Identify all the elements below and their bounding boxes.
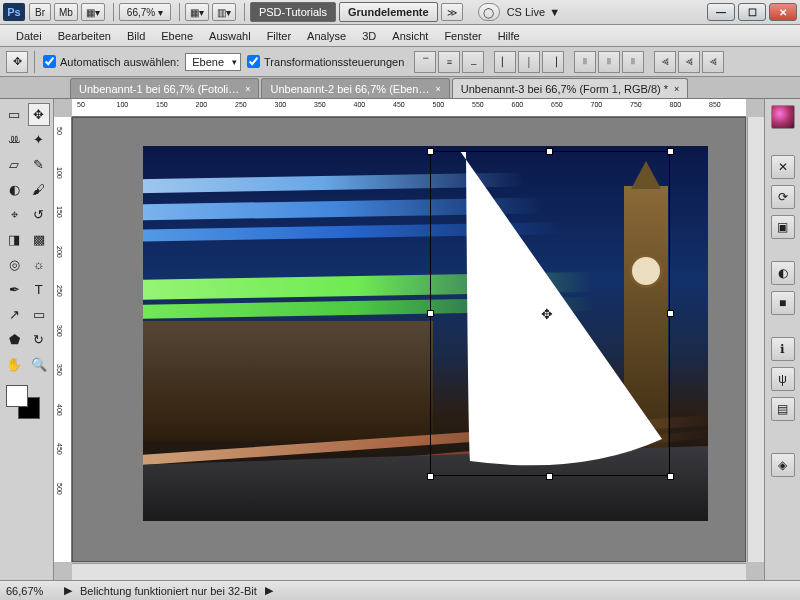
- magic-wand-tool[interactable]: ✦: [28, 128, 51, 151]
- ruler-horizontal[interactable]: 5010015020025030035040045050055060065070…: [72, 99, 746, 117]
- 3d-rotate-tool[interactable]: ↻: [28, 328, 51, 351]
- document-canvas[interactable]: ✥: [143, 146, 708, 521]
- doc-tab-3[interactable]: Unbenannt-3 bei 66,7% (Form 1, RGB/8) *×: [452, 78, 689, 98]
- status-arrow-icon[interactable]: ▶: [64, 584, 72, 597]
- lasso-tool[interactable]: ꔛ: [3, 128, 26, 151]
- doc-tab-2-close[interactable]: ×: [435, 84, 440, 94]
- scrollbar-horizontal[interactable]: [72, 563, 746, 580]
- cslive-drop[interactable]: ▼: [549, 6, 560, 18]
- window-minimize-button[interactable]: —: [707, 3, 735, 21]
- minibridge-button[interactable]: Mb: [54, 3, 78, 21]
- align-top-button[interactable]: ⎺: [414, 51, 436, 73]
- auto-select-checkbox[interactable]: Automatisch auswählen:: [43, 55, 179, 68]
- distribute-left-button[interactable]: ⫷: [654, 51, 676, 73]
- path-select-tool[interactable]: ↗: [3, 303, 26, 326]
- clone-stamp-tool[interactable]: ⌖: [3, 203, 26, 226]
- bridge-button[interactable]: Br: [29, 3, 51, 21]
- adjust-panel-icon[interactable]: ◐: [771, 261, 795, 285]
- transform-controls-input[interactable]: [247, 55, 260, 68]
- info-panel-icon[interactable]: ℹ: [771, 337, 795, 361]
- align-hcenter-button[interactable]: │: [518, 51, 540, 73]
- eraser-tool[interactable]: ◨: [3, 228, 26, 251]
- menu-bild[interactable]: Bild: [119, 30, 153, 42]
- align-right-button[interactable]: ▕: [542, 51, 564, 73]
- eyedropper-tool[interactable]: ✎: [28, 153, 51, 176]
- align-left-button[interactable]: ▏: [494, 51, 516, 73]
- doc-tab-1[interactable]: Unbenannt-1 bei 66,7% (Fotoli…×: [70, 78, 259, 98]
- 3d-tool[interactable]: ⬟: [3, 328, 26, 351]
- view-extras-button[interactable]: ▦▾: [185, 3, 209, 21]
- menu-ebene[interactable]: Ebene: [153, 30, 201, 42]
- move-tool-icon[interactable]: ✥: [6, 51, 28, 73]
- fg-swatch[interactable]: [6, 385, 28, 407]
- handle-w[interactable]: [427, 310, 434, 317]
- blur-tool[interactable]: ◎: [3, 253, 26, 276]
- rect-marquee-tool[interactable]: ▭: [3, 103, 26, 126]
- spot-heal-tool[interactable]: ◐: [3, 178, 26, 201]
- navigator-panel-icon[interactable]: ▣: [771, 215, 795, 239]
- align-bottom-button[interactable]: ⎽: [462, 51, 484, 73]
- status-arrow-icon[interactable]: ▶: [265, 584, 273, 597]
- handle-s[interactable]: [546, 473, 553, 480]
- swatch-panel-icon[interactable]: ■: [771, 291, 795, 315]
- history-panel-icon[interactable]: ⟳: [771, 185, 795, 209]
- distribute-top-button[interactable]: ⫴: [574, 51, 596, 73]
- menu-fenster[interactable]: Fenster: [436, 30, 489, 42]
- distribute-hcenter-button[interactable]: ⫷: [678, 51, 700, 73]
- handle-se[interactable]: [667, 473, 674, 480]
- history-brush-tool[interactable]: ↺: [28, 203, 51, 226]
- handle-e[interactable]: [667, 310, 674, 317]
- zoom-tool[interactable]: 🔍: [28, 353, 51, 376]
- doc-tab-1-close[interactable]: ×: [245, 84, 250, 94]
- handle-ne[interactable]: [667, 148, 674, 155]
- zoom-level-field[interactable]: 66,7% ▾: [119, 3, 171, 21]
- workspace-more-button[interactable]: ≫: [441, 3, 463, 21]
- handle-nw[interactable]: [427, 148, 434, 155]
- dodge-tool[interactable]: ☼: [28, 253, 51, 276]
- brush-tool[interactable]: 🖌: [28, 178, 51, 201]
- auto-select-target-select[interactable]: Ebene: [185, 53, 241, 71]
- handle-sw[interactable]: [427, 473, 434, 480]
- hand-tool[interactable]: ✋: [3, 353, 26, 376]
- menu-filter[interactable]: Filter: [259, 30, 299, 42]
- shape-tool[interactable]: ▭: [28, 303, 51, 326]
- cslive-icon[interactable]: ◯: [478, 3, 500, 21]
- distribute-bottom-button[interactable]: ⫴: [622, 51, 644, 73]
- workspace-psd-tutorials[interactable]: PSD-Tutorials: [250, 2, 336, 22]
- layers-panel-icon[interactable]: ▤: [771, 397, 795, 421]
- menu-auswahl[interactable]: Auswahl: [201, 30, 259, 42]
- screen-mode-button[interactable]: ▦▾: [81, 3, 105, 21]
- auto-select-input[interactable]: [43, 55, 56, 68]
- crop-tool[interactable]: ▱: [3, 153, 26, 176]
- workspace-grundelemente[interactable]: Grundelemente: [339, 2, 438, 22]
- type-tool[interactable]: T: [28, 278, 51, 301]
- ruler-vertical[interactable]: 50100150200250300350400450500: [54, 117, 72, 562]
- align-vmid-button[interactable]: ≡: [438, 51, 460, 73]
- distribute-vmid-button[interactable]: ⫴: [598, 51, 620, 73]
- styles-panel-icon[interactable]: ◈: [771, 453, 795, 477]
- transform-controls-checkbox[interactable]: Transformationssteuerungen: [247, 55, 404, 68]
- scrollbar-vertical[interactable]: [747, 117, 764, 562]
- color-panel-icon[interactable]: [771, 105, 795, 129]
- doc-tab-3-close[interactable]: ×: [674, 84, 679, 94]
- menu-3d[interactable]: 3D: [354, 30, 384, 42]
- arrange-docs-button[interactable]: ▥▾: [212, 3, 236, 21]
- transform-center-icon[interactable]: ✥: [541, 306, 553, 322]
- window-maximize-button[interactable]: ☐: [738, 3, 766, 21]
- gradient-tool[interactable]: ▩: [28, 228, 51, 251]
- pen-tool[interactable]: ✒: [3, 278, 26, 301]
- menu-ansicht[interactable]: Ansicht: [384, 30, 436, 42]
- distribute-right-button[interactable]: ⫷: [702, 51, 724, 73]
- menu-analyse[interactable]: Analyse: [299, 30, 354, 42]
- move-tool[interactable]: ✥: [28, 103, 51, 126]
- cslive-label[interactable]: CS Live: [503, 6, 550, 18]
- device-panel-icon[interactable]: ψ: [771, 367, 795, 391]
- color-swatches[interactable]: [3, 382, 50, 422]
- menu-bearbeiten[interactable]: Bearbeiten: [50, 30, 119, 42]
- window-close-button[interactable]: ✕: [769, 3, 797, 21]
- status-zoom[interactable]: 66,67%: [6, 585, 56, 597]
- menu-hilfe[interactable]: Hilfe: [490, 30, 528, 42]
- menu-datei[interactable]: Datei: [8, 30, 50, 42]
- doc-tab-2[interactable]: Unbenannt-2 bei 66,7% (Eben…×: [261, 78, 449, 98]
- tools-panel-icon[interactable]: ✕: [771, 155, 795, 179]
